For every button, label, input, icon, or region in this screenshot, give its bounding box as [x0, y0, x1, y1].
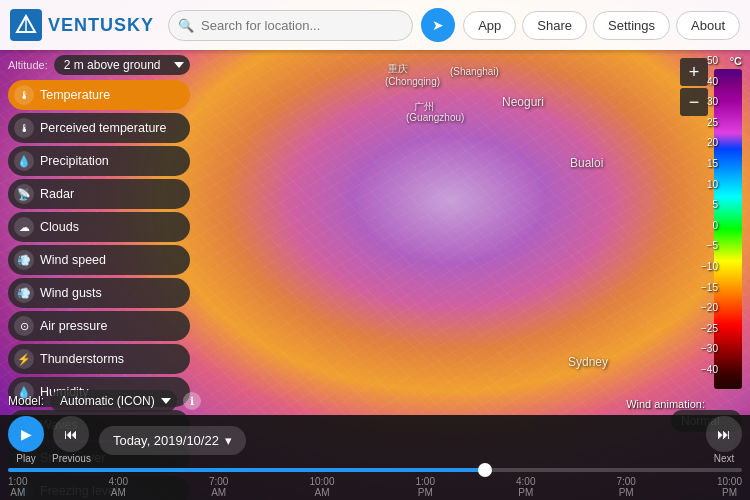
time-1pm: 1:00	[416, 476, 435, 487]
timeline-bar	[0, 465, 750, 474]
air-pressure-label: Air pressure	[40, 319, 107, 333]
location-icon: ➤	[432, 17, 444, 33]
search-container: 🔍	[168, 10, 413, 41]
sidebar-item-temperature[interactable]: 🌡 Temperature	[8, 80, 190, 110]
settings-button[interactable]: Settings	[593, 11, 670, 40]
temperature-icon: 🌡	[14, 85, 34, 105]
period-10am: AM	[314, 487, 329, 498]
precipitation-icon: 💧	[14, 151, 34, 171]
timeline: ▶ Play ⏮ Previous Today, 2019/10/22 ▾ ⏭ …	[0, 415, 750, 500]
clouds-icon: ☁	[14, 217, 34, 237]
wind-gusts-icon: 💨	[14, 283, 34, 303]
change-date-button[interactable]: Today, 2019/10/22 ▾	[99, 426, 246, 455]
prev-wrap: ⏮ Previous	[52, 416, 91, 464]
clouds-label: Clouds	[40, 220, 79, 234]
scale-40: 40	[701, 76, 718, 87]
scale-unit: °C	[730, 55, 742, 67]
next-button[interactable]: ⏭	[706, 416, 742, 452]
scale-neg30: −30	[701, 343, 718, 354]
sidebar-item-air-pressure[interactable]: ⊙ Air pressure	[8, 311, 190, 341]
air-pressure-icon: ⊙	[14, 316, 34, 336]
sidebar-item-wind-gusts[interactable]: 💨 Wind gusts	[8, 278, 190, 308]
perceived-temp-label: Perceived temperature	[40, 121, 166, 135]
previous-button[interactable]: ⏮	[53, 416, 89, 452]
period-7pm: PM	[619, 487, 634, 498]
color-scale: °C	[714, 55, 742, 389]
sidebar-item-wind-speed[interactable]: 💨 Wind speed	[8, 245, 190, 275]
period-1pm: PM	[418, 487, 433, 498]
wind-gusts-label: Wind gusts	[40, 286, 102, 300]
scale-30: 30	[701, 96, 718, 107]
next-label: Next	[714, 453, 735, 464]
period-10pm: PM	[722, 487, 737, 498]
date-text: Today, 2019/10/22	[113, 433, 219, 448]
scale-10: 10	[701, 179, 718, 190]
temperature-label: Temperature	[40, 88, 110, 102]
chevron-down-icon: ▾	[225, 433, 232, 448]
wind-speed-label: Wind speed	[40, 253, 106, 267]
time-label-10pm: 10:00 PM	[717, 476, 742, 498]
sidebar-item-perceived-temperature[interactable]: 🌡 Perceived temperature	[8, 113, 190, 143]
play-wrap: ▶ Play	[8, 416, 44, 464]
sidebar-item-radar[interactable]: 📡 Radar	[8, 179, 190, 209]
scale-0: 0	[701, 220, 718, 231]
time-label-4pm: 4:00 PM	[516, 476, 535, 498]
scale-neg20: −20	[701, 302, 718, 313]
time-label-7pm: 7:00 PM	[616, 476, 635, 498]
timeline-track[interactable]	[8, 468, 742, 472]
sidebar-item-precipitation[interactable]: 💧 Precipitation	[8, 146, 190, 176]
perceived-temp-icon: 🌡	[14, 118, 34, 138]
period-7am: AM	[211, 487, 226, 498]
time-labels: 1:00 AM 4:00 AM 7:00 AM 10:00 AM 1:00 PM…	[0, 474, 750, 500]
about-button[interactable]: About	[676, 11, 740, 40]
period-4am: AM	[111, 487, 126, 498]
scale-neg25: −25	[701, 323, 718, 334]
model-select[interactable]: Automatic (ICON) GFS ECMWF	[50, 390, 177, 412]
logo: VENTUSKY	[10, 9, 154, 41]
altitude-label: Altitude:	[8, 59, 48, 71]
time-4pm: 4:00	[516, 476, 535, 487]
scale-50: 50	[701, 55, 718, 66]
time-label-1am: 1:00 AM	[8, 476, 27, 498]
sidebar-item-clouds[interactable]: ☁ Clouds	[8, 212, 190, 242]
scale-neg40: −40	[701, 364, 718, 375]
time-label-1pm: 1:00 PM	[416, 476, 435, 498]
app-button[interactable]: App	[463, 11, 516, 40]
wind-speed-icon: 💨	[14, 250, 34, 270]
altitude-select[interactable]: 2 m above ground 10 m above ground 850 h…	[54, 55, 190, 75]
timeline-progress	[8, 468, 485, 472]
timeline-controls: ▶ Play ⏮ Previous Today, 2019/10/22 ▾ ⏭ …	[0, 415, 750, 465]
scale-25: 25	[701, 117, 718, 128]
model-row: Model: Automatic (ICON) GFS ECMWF ℹ	[8, 390, 201, 412]
play-label: Play	[16, 453, 35, 464]
header-right: App Share Settings About	[463, 11, 740, 40]
scale-neg5: −5	[701, 240, 718, 251]
info-button[interactable]: ℹ	[183, 392, 201, 410]
time-7am: 7:00	[209, 476, 228, 487]
share-button[interactable]: Share	[522, 11, 587, 40]
color-scale-labels: 50 40 30 25 20 15 10 5 0 −5 −10 −15 −20 …	[701, 55, 718, 375]
precipitation-label: Precipitation	[40, 154, 109, 168]
header: VENTUSKY 🔍 ➤ App Share Settings About	[0, 0, 750, 50]
time-10am: 10:00	[309, 476, 334, 487]
timeline-thumb[interactable]	[478, 463, 492, 477]
scale-neg10: −10	[701, 261, 718, 272]
radar-label: Radar	[40, 187, 74, 201]
scale-20: 20	[701, 137, 718, 148]
period-1am: AM	[10, 487, 25, 498]
time-label-10am: 10:00 AM	[309, 476, 334, 498]
scale-5: 5	[701, 199, 718, 210]
next-wrap: ⏭ Next	[706, 416, 742, 464]
search-input[interactable]	[168, 10, 413, 41]
logo-icon	[10, 9, 42, 41]
sidebar-item-thunderstorms[interactable]: ⚡ Thunderstorms	[8, 344, 190, 374]
location-button[interactable]: ➤	[421, 8, 455, 42]
search-icon: 🔍	[178, 18, 194, 33]
scale-neg15: −15	[701, 282, 718, 293]
thunderstorms-label: Thunderstorms	[40, 352, 124, 366]
altitude-row: Altitude: 2 m above ground 10 m above gr…	[8, 55, 190, 75]
time-7pm: 7:00	[616, 476, 635, 487]
thunderstorms-icon: ⚡	[14, 349, 34, 369]
time-label-4am: 4:00 AM	[108, 476, 127, 498]
play-button[interactable]: ▶	[8, 416, 44, 452]
